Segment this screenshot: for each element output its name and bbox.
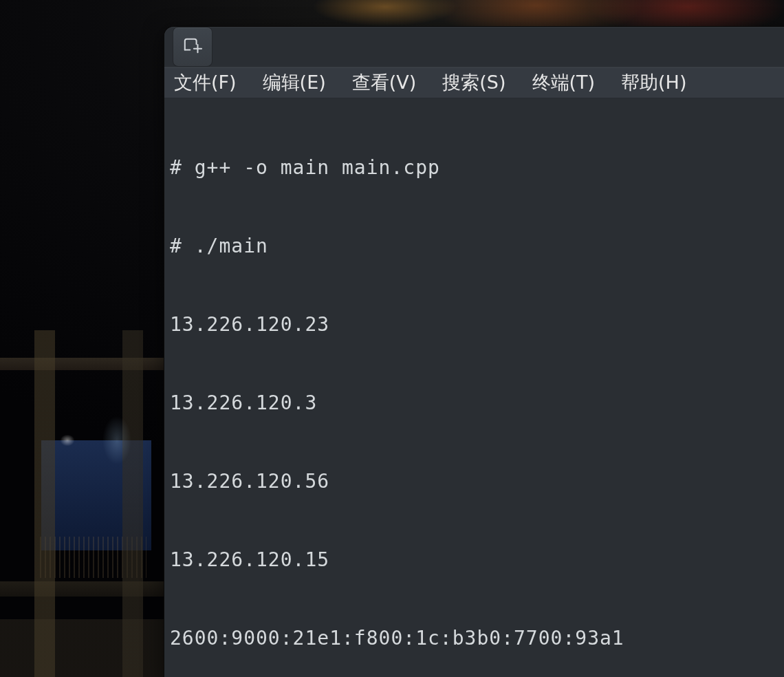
terminal-line: 13.226.120.15	[170, 547, 778, 573]
terminal-line: 13.226.120.23	[170, 312, 778, 338]
terminal-line: 2600:9000:21e1:f800:1c:b3b0:7700:93a1	[170, 625, 778, 652]
menu-search[interactable]: 搜索(S)	[439, 67, 508, 98]
terminal-window: 文件(F) 编辑(E) 查看(V) 搜索(S) 终端(T) 帮助(H) # g+…	[164, 26, 784, 677]
new-tab-icon	[182, 36, 203, 58]
menu-file[interactable]: 文件(F)	[171, 67, 239, 98]
terminal-viewport[interactable]: # g++ -o main main.cpp # ./main 13.226.1…	[164, 98, 784, 677]
terminal-line: 13.226.120.3	[170, 390, 778, 416]
menu-bar: 文件(F) 编辑(E) 查看(V) 搜索(S) 终端(T) 帮助(H)	[164, 67, 784, 98]
menu-edit[interactable]: 编辑(E)	[260, 67, 329, 98]
terminal-line: # g++ -o main main.cpp	[170, 155, 778, 181]
terminal-line: # ./main	[170, 233, 778, 259]
menu-help[interactable]: 帮助(H)	[618, 67, 689, 98]
terminal-line: 13.226.120.56	[170, 469, 778, 495]
new-tab-button[interactable]	[173, 27, 213, 67]
window-titlebar	[164, 27, 784, 67]
menu-terminal[interactable]: 终端(T)	[530, 67, 598, 98]
menu-view[interactable]: 查看(V)	[349, 67, 420, 98]
